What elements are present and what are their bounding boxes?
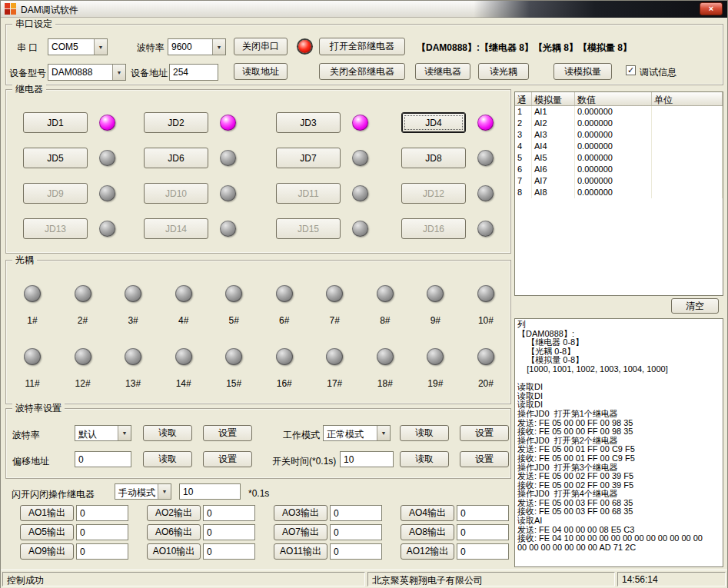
analog-unit [652, 175, 723, 187]
switch-time-label: 开关时间(*0.1s) [272, 455, 336, 468]
flash-time-input[interactable] [179, 483, 241, 500]
relay-button-jd12[interactable]: JD12 [401, 183, 466, 204]
offset-read-button[interactable]: 读取 [143, 451, 192, 467]
relay-button-jd6[interactable]: JD6 [144, 148, 208, 168]
relay-button-jd9[interactable]: JD9 [23, 183, 88, 204]
chevron-down-icon[interactable]: ▼ [377, 426, 390, 440]
read-address-button[interactable]: 读取地址 [234, 63, 288, 80]
table-row: 4 AI4 0.000000 [515, 141, 723, 152]
relay-button-jd8[interactable]: JD8 [401, 148, 466, 168]
analog-name: AI1 [532, 106, 575, 118]
ao1-output-button[interactable]: AO1输出 [20, 505, 74, 521]
ao4-output-input[interactable] [457, 505, 509, 521]
opto-label: 12# [75, 378, 91, 389]
opto-light-3 [125, 285, 141, 302]
opto-cell: 9# [420, 285, 450, 326]
ao1-output-input[interactable] [76, 505, 128, 521]
chevron-down-icon[interactable]: ▼ [118, 426, 131, 440]
relay-group: 继电器 JD1 JD2 JD3 JD4 JD5 J [5, 89, 511, 254]
switch-time-set-button[interactable]: 设置 [460, 451, 509, 467]
relay-button-jd7[interactable]: JD7 [276, 148, 341, 168]
relay-button-jd2[interactable]: JD2 [144, 112, 208, 133]
relay-button-jd16[interactable]: JD16 [401, 218, 466, 239]
ao10-output-button[interactable]: AO10输出 [147, 543, 201, 560]
chevron-down-icon[interactable]: ▼ [94, 39, 107, 55]
relay-button-jd3[interactable]: JD3 [276, 112, 341, 133]
open-all-relays-button[interactable]: 打开全部继电器 [319, 38, 405, 55]
relay-button-jd10[interactable]: JD10 [144, 183, 208, 204]
analog-ch: 7 [515, 175, 532, 187]
ao5-output-input[interactable] [76, 524, 128, 540]
title-bar[interactable]: DAM调试软件 × [1, 1, 727, 18]
flash-mode-select[interactable]: 手动模式 ▼ [115, 483, 171, 500]
analog-header-value: 数值 [575, 92, 652, 105]
ao-cell: AO3输出 [274, 505, 401, 521]
read-opto-button[interactable]: 读光耦 [478, 63, 529, 80]
ao12-output-input[interactable] [457, 543, 509, 560]
offset-address-input[interactable] [75, 451, 131, 467]
ao5-output-button[interactable]: AO5输出 [20, 524, 74, 540]
device-address-input[interactable] [169, 64, 218, 81]
analog-value: 0.000000 [575, 164, 652, 175]
relay-button-jd13[interactable]: JD13 [23, 218, 88, 239]
ao10-output-input[interactable] [203, 543, 255, 560]
ao11-output-input[interactable] [330, 543, 382, 560]
chevron-down-icon[interactable]: ▼ [112, 65, 125, 80]
app-window: DAM调试软件 × 串口设定 串 口 COM5 ▼ 波特率 9600 ▼ 关闭串… [0, 0, 728, 588]
model-select[interactable]: DAM0888 ▼ [48, 64, 126, 81]
baudrate-select-value: 9600 [168, 39, 212, 55]
clear-button[interactable]: 清空 [671, 298, 719, 314]
port-select[interactable]: COM5 ▼ [48, 38, 108, 55]
switch-time-read-button[interactable]: 读取 [400, 451, 449, 467]
ao8-output-input[interactable] [457, 524, 509, 540]
relay-button-jd11[interactable]: JD11 [276, 183, 341, 204]
baudrate-set-button[interactable]: 设置 [203, 425, 252, 441]
opto-light-2 [75, 285, 91, 302]
ao3-output-input[interactable] [330, 505, 382, 521]
relay-light-jd3 [352, 115, 368, 131]
opto-label: 18# [377, 378, 393, 389]
ao3-output-button[interactable]: AO3输出 [274, 505, 327, 521]
ao4-output-button[interactable]: AO4输出 [401, 505, 454, 521]
relay-button-jd14[interactable]: JD14 [144, 218, 208, 239]
ao7-output-button[interactable]: AO7输出 [274, 524, 327, 540]
close-icon[interactable]: × [700, 2, 723, 15]
ao8-output-button[interactable]: AO8输出 [401, 524, 454, 540]
ao9-output-button[interactable]: AO9输出 [20, 543, 74, 560]
analog-table[interactable]: 通 模拟量 数值 单位 1 AI1 0.000000 2 AI2 0.00000… [514, 91, 723, 296]
chevron-down-icon[interactable]: ▼ [212, 39, 225, 55]
baudrate-read-button[interactable]: 读取 [143, 425, 192, 441]
log-panel[interactable]: 列 【DAM0888】: 【继电器 0-8】 【光耦 0-8】 【模拟量 0-8… [514, 318, 723, 567]
ao2-output-input[interactable] [203, 505, 255, 521]
ao7-output-input[interactable] [330, 524, 382, 540]
ao9-output-input[interactable] [76, 543, 128, 560]
relay-button-jd15[interactable]: JD15 [276, 218, 341, 239]
opto-light-6 [276, 285, 293, 302]
ao6-output-button[interactable]: AO6输出 [147, 524, 201, 540]
close-port-button[interactable]: 关闭串口 [234, 38, 288, 55]
workmode-read-button[interactable]: 读取 [400, 425, 449, 441]
workmode-select[interactable]: 正常模式 ▼ [323, 425, 391, 441]
read-analog-button[interactable]: 读模拟量 [553, 63, 612, 80]
opto-cell: 20# [470, 348, 501, 389]
offset-set-button[interactable]: 设置 [203, 451, 252, 467]
chevron-down-icon[interactable]: ▼ [158, 484, 171, 499]
ao11-output-button[interactable]: AO11输出 [274, 543, 327, 560]
relay-button-jd4[interactable]: JD4 [401, 112, 466, 133]
switch-time-input[interactable] [340, 451, 394, 467]
window-title: DAM调试软件 [21, 4, 78, 17]
baudrate-setting-select[interactable]: 默认 ▼ [75, 425, 131, 441]
relay-button-jd5[interactable]: JD5 [23, 148, 88, 168]
relay-grid: JD1 JD2 JD3 JD4 JD5 JD6 [23, 112, 509, 239]
close-all-relays-button[interactable]: 关闭全部继电器 [319, 63, 405, 80]
read-relay-button[interactable]: 读继电器 [415, 63, 470, 80]
analog-unit [652, 118, 723, 129]
opto-label: 13# [125, 378, 141, 389]
workmode-set-button[interactable]: 设置 [460, 425, 509, 441]
ao2-output-button[interactable]: AO2输出 [147, 505, 201, 521]
debug-info-checkbox[interactable]: ✓ [626, 65, 636, 75]
baudrate-select[interactable]: 9600 ▼ [168, 38, 226, 55]
ao12-output-button[interactable]: AO12输出 [401, 543, 454, 560]
ao6-output-input[interactable] [203, 524, 255, 540]
relay-button-jd1[interactable]: JD1 [23, 112, 88, 133]
